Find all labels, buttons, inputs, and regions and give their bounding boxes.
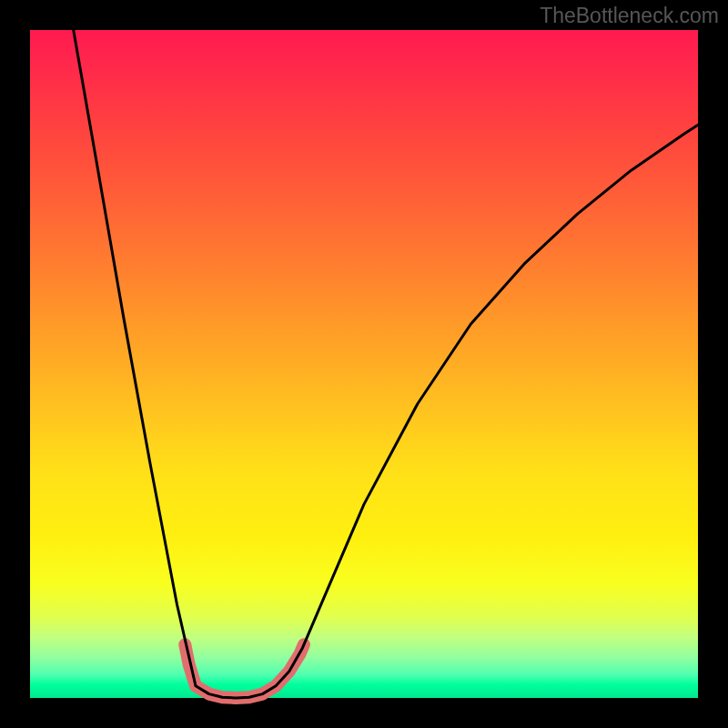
chart-stage: TheBottleneck.com: [0, 0, 728, 728]
chart-svg: [30, 30, 698, 698]
main-curve-series: [74, 30, 698, 698]
watermark-text: TheBottleneck.com: [540, 4, 719, 28]
